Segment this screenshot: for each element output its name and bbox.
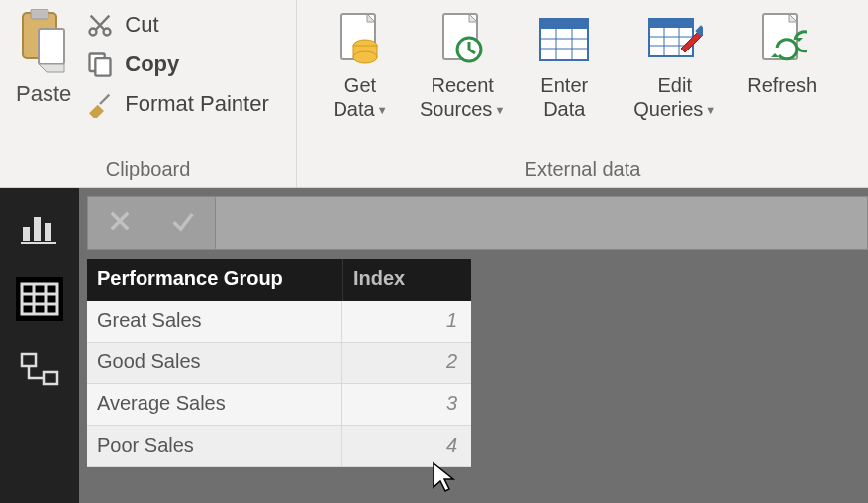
x-icon: [106, 207, 134, 235]
clipboard-group-label: Clipboard: [10, 154, 286, 187]
table-row[interactable]: Great Sales 1: [87, 301, 471, 343]
cut-label: Cut: [125, 12, 158, 38]
report-view-button[interactable]: [16, 206, 63, 250]
edit-queries-label: Edit Queries: [633, 74, 703, 120]
scissors-icon: [85, 10, 115, 40]
column-header-index[interactable]: Index: [342, 259, 471, 301]
column-header-performance-group[interactable]: Performance Group: [87, 259, 342, 301]
view-rail: [0, 188, 79, 503]
enter-data-label: Enter Data: [540, 73, 588, 121]
svg-rect-28: [34, 217, 41, 241]
table-header: Performance Group Index: [87, 259, 471, 301]
cell-index: 2: [342, 343, 471, 383]
cell-label: Average Sales: [87, 384, 342, 425]
refresh-label: Refresh: [747, 73, 817, 97]
dropdown-caret-icon: ▼: [377, 104, 388, 117]
cell-label: Poor Sales: [87, 426, 342, 466]
refresh-button[interactable]: Refresh: [733, 0, 830, 97]
enter-data-button[interactable]: Enter Data: [523, 0, 606, 121]
table-row[interactable]: Poor Sales 4: [87, 426, 471, 467]
table-icon: [536, 12, 592, 67]
ribbon: Paste Cut: [0, 0, 868, 188]
paste-label: Paste: [16, 81, 71, 107]
ribbon-group-clipboard: Paste Cut: [0, 0, 297, 187]
refresh-icon: [754, 12, 810, 67]
svg-rect-27: [23, 227, 30, 241]
copy-label: Copy: [125, 51, 179, 77]
svg-rect-29: [45, 223, 51, 241]
work-area: Performance Group Index Great Sales 1 Go…: [0, 188, 868, 503]
svg-point-3: [90, 29, 97, 36]
check-icon: [168, 207, 198, 235]
cancel-formula-button[interactable]: [106, 207, 134, 239]
copy-icon: [85, 50, 115, 79]
svg-rect-31: [22, 284, 57, 314]
svg-point-10: [353, 51, 377, 63]
formula-input[interactable]: [216, 196, 868, 250]
bar-chart-icon: [21, 211, 58, 245]
paintbrush-icon: [85, 89, 115, 119]
cell-index: 4: [342, 426, 471, 466]
svg-point-4: [104, 29, 111, 36]
clipboard-icon: [16, 8, 71, 77]
cut-button[interactable]: Cut: [81, 8, 273, 42]
data-grid-icon: [20, 282, 59, 316]
data-table: Performance Group Index Great Sales 1 Go…: [87, 259, 471, 467]
svg-rect-2: [39, 29, 64, 64]
cell-label: Good Sales: [87, 343, 342, 383]
format-painter-label: Format Painter: [125, 91, 269, 117]
relationship-icon: [20, 352, 59, 388]
get-data-icon: [333, 12, 388, 67]
ribbon-group-external-data: Get Data▼ Recent Sources▼: [297, 0, 868, 187]
get-data-button[interactable]: Get Data▼: [319, 0, 402, 121]
copy-button[interactable]: Copy: [81, 48, 273, 81]
svg-rect-14: [540, 19, 588, 29]
model-view-button[interactable]: [16, 349, 63, 392]
edit-queries-button[interactable]: Edit Queries▼: [610, 0, 729, 121]
formula-bar: [79, 188, 868, 259]
recent-sources-icon: [434, 12, 490, 67]
table-row[interactable]: Good Sales 2: [87, 343, 471, 384]
get-data-label: Get Data: [333, 74, 376, 120]
paste-button[interactable]: Paste: [10, 0, 81, 107]
cell-index: 1: [342, 301, 471, 342]
edit-queries-icon: [647, 12, 703, 67]
recent-sources-label: Recent Sources: [420, 74, 494, 120]
table-row[interactable]: Average Sales 3: [87, 384, 471, 426]
recent-sources-button[interactable]: Recent Sources▼: [406, 0, 519, 121]
commit-formula-button[interactable]: [168, 207, 198, 239]
format-painter-button[interactable]: Format Painter: [81, 87, 273, 121]
external-data-group-label: External data: [307, 154, 858, 187]
data-view-button[interactable]: [16, 277, 63, 321]
cell-index: 3: [342, 384, 471, 425]
svg-rect-20: [649, 19, 693, 28]
dropdown-caret-icon: ▼: [494, 104, 505, 117]
dropdown-caret-icon: ▼: [705, 104, 716, 117]
svg-rect-37: [44, 372, 57, 384]
cell-label: Great Sales: [87, 301, 342, 342]
svg-rect-36: [22, 354, 36, 366]
svg-rect-6: [96, 58, 111, 75]
svg-rect-1: [31, 9, 48, 19]
